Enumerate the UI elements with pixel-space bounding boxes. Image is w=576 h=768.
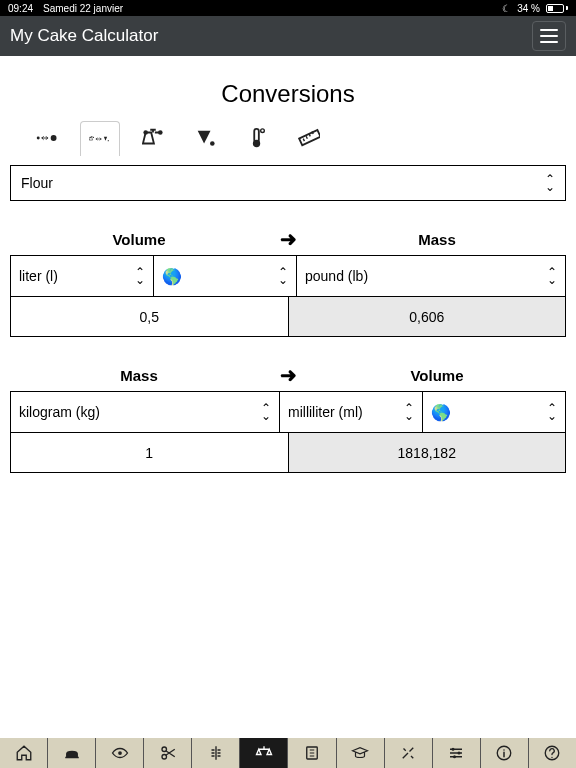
nav-home[interactable] xyxy=(0,738,47,768)
svg-point-10 xyxy=(261,128,265,132)
ingredient-selected: Flour xyxy=(21,175,53,191)
arrow-right-icon: ➜ xyxy=(268,227,308,251)
sliders-icon xyxy=(447,744,465,762)
arrow-right-icon: ➜ xyxy=(268,363,308,387)
status-time: 09:24 xyxy=(8,3,33,14)
page-title: Conversions xyxy=(0,80,576,108)
home-icon xyxy=(15,744,33,762)
col-header-mass: Mass xyxy=(308,231,566,248)
svg-point-17 xyxy=(458,752,461,755)
volume-unit-label-2: milliliter (ml) xyxy=(288,404,363,420)
svg-point-5 xyxy=(143,130,148,135)
svg-point-6 xyxy=(158,130,163,135)
volume-to-mass-section: Volume ➜ Mass liter (l) ⌃⌄ 🌎 ⌃⌄ pound (l… xyxy=(10,227,566,337)
nav-notes[interactable] xyxy=(287,738,335,768)
chevron-updown-icon: ⌃⌄ xyxy=(261,404,271,420)
volume-unit-select[interactable]: liter (l) ⌃⌄ xyxy=(11,256,153,296)
chevron-updown-icon: ⌃⌄ xyxy=(404,404,414,420)
info-icon xyxy=(495,744,513,762)
status-battery-pct: 34 % xyxy=(517,3,540,14)
ruler-icon xyxy=(298,127,320,149)
globe-icon: 🌎 xyxy=(431,403,451,422)
mass-output: 0,606 xyxy=(288,297,566,336)
mass-unit-select-2[interactable]: kilogram (kg) ⌃⌄ xyxy=(11,392,279,432)
scissors-icon xyxy=(159,744,177,762)
moon-icon: ☾ xyxy=(502,3,511,14)
mass-to-volume-section: Mass ➜ Volume kilogram (kg) ⌃⌄ millilite… xyxy=(10,363,566,473)
tab-volume[interactable] xyxy=(186,121,224,155)
volume-unit-label: liter (l) xyxy=(19,268,58,284)
divide-icon xyxy=(207,744,225,762)
col-header-volume2: Volume xyxy=(308,367,566,384)
col-header-mass2: Mass xyxy=(10,367,268,384)
ingredient-select[interactable]: Flour ⌃⌄ xyxy=(10,165,566,201)
nav-tools[interactable] xyxy=(384,738,432,768)
svg-point-2 xyxy=(89,137,90,138)
app-header: My Cake Calculator xyxy=(0,16,576,56)
cake-icon xyxy=(63,744,81,762)
nav-settings[interactable] xyxy=(432,738,480,768)
nav-learn[interactable] xyxy=(336,738,384,768)
fill-drop-icon xyxy=(194,127,216,149)
svg-point-0 xyxy=(37,136,40,139)
globe-icon: 🌎 xyxy=(162,267,182,286)
tab-size-conversion[interactable] xyxy=(28,121,66,155)
svg-rect-11 xyxy=(299,130,320,145)
status-bar: 09:24 Samedi 22 janvier ☾ 34 % xyxy=(0,0,576,16)
battery-icon xyxy=(546,4,568,13)
svg-point-4 xyxy=(108,140,109,141)
svg-point-3 xyxy=(93,137,94,138)
svg-point-12 xyxy=(118,751,122,755)
tools-icon xyxy=(399,744,417,762)
volume-unit-select-2[interactable]: milliliter (ml) ⌃⌄ xyxy=(279,392,422,432)
scale-icon xyxy=(255,744,273,762)
svg-point-1 xyxy=(51,135,57,141)
status-date: Samedi 22 janvier xyxy=(43,3,123,14)
app-title: My Cake Calculator xyxy=(10,26,158,46)
graduation-cap-icon xyxy=(351,744,369,762)
chevron-updown-icon: ⌃⌄ xyxy=(547,404,557,420)
volume-region-select-2[interactable]: 🌎 ⌃⌄ xyxy=(422,392,565,432)
bottom-toolbar xyxy=(0,738,576,768)
svg-point-7 xyxy=(210,141,215,146)
scale-volume-swap-icon xyxy=(89,128,111,150)
chevron-updown-icon: ⌃⌄ xyxy=(278,268,288,284)
volume-region-select[interactable]: 🌎 ⌃⌄ xyxy=(153,256,296,296)
chevron-updown-icon: ⌃⌄ xyxy=(547,268,557,284)
nav-cake[interactable] xyxy=(47,738,95,768)
chevron-updown-icon: ⌃⌄ xyxy=(545,175,555,191)
tab-temperature[interactable] xyxy=(238,121,276,155)
mass-input[interactable]: 1 xyxy=(11,433,288,472)
thermometer-icon xyxy=(246,127,268,149)
tab-scale-volume[interactable] xyxy=(80,121,120,156)
mass-unit-label: pound (lb) xyxy=(305,268,368,284)
book-icon xyxy=(303,744,321,762)
conversion-tabs xyxy=(0,120,576,165)
nav-view[interactable] xyxy=(95,738,143,768)
mass-unit-label-2: kilogram (kg) xyxy=(19,404,100,420)
mass-unit-select[interactable]: pound (lb) ⌃⌄ xyxy=(296,256,565,296)
svg-rect-8 xyxy=(254,128,259,141)
svg-point-9 xyxy=(253,139,260,146)
tab-length[interactable] xyxy=(290,121,328,155)
chevron-updown-icon: ⌃⌄ xyxy=(135,268,145,284)
nav-divide[interactable] xyxy=(191,738,239,768)
nav-cut[interactable] xyxy=(143,738,191,768)
menu-button[interactable] xyxy=(532,21,566,51)
volume-input[interactable]: 0,5 xyxy=(11,297,288,336)
nav-conversions[interactable] xyxy=(239,738,287,768)
volume-output: 1818,182 xyxy=(288,433,566,472)
tab-scale[interactable] xyxy=(134,121,172,155)
svg-point-18 xyxy=(453,755,456,758)
help-icon xyxy=(543,744,561,762)
nav-info[interactable] xyxy=(480,738,528,768)
svg-point-16 xyxy=(452,748,455,751)
scale-icon xyxy=(142,127,164,149)
col-header-volume: Volume xyxy=(10,231,268,248)
size-swap-icon xyxy=(36,127,58,149)
eye-icon xyxy=(111,744,129,762)
nav-help[interactable] xyxy=(528,738,576,768)
